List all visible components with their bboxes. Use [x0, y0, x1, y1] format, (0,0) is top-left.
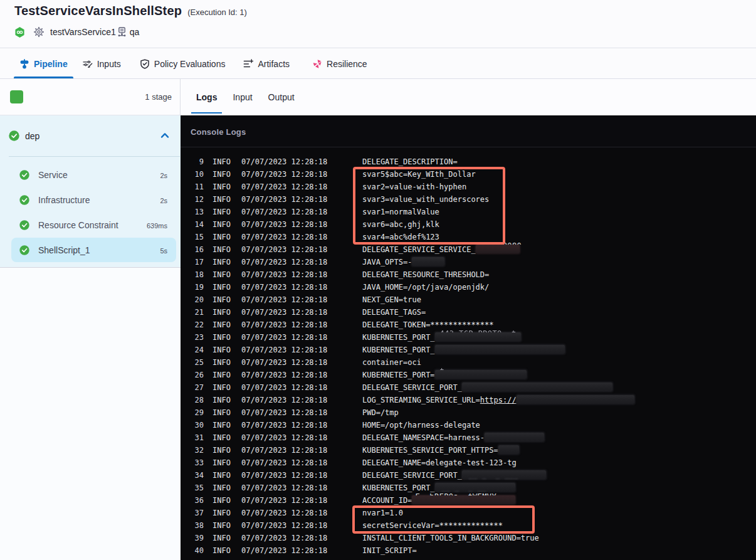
execution-sidebar: dep Service2sInfrastructure2sResource Co… — [0, 115, 181, 560]
step-success-icon — [19, 245, 29, 255]
log-timestamp: 07/07/2023 12:28:18 — [241, 156, 327, 168]
log-message: NEXT_GEN=true — [362, 293, 421, 306]
step-name: Infrastructure — [38, 195, 90, 205]
log-line-number: 24 — [181, 344, 204, 356]
log-level: INFO — [213, 344, 231, 356]
log-line-number: 11 — [181, 181, 204, 193]
step-success-icon — [19, 170, 29, 180]
log-line-19: 19INFO07/07/2023 12:28:18JAVA_HOME=/opt/… — [181, 281, 756, 293]
log-link[interactable]: https:// — [480, 396, 517, 404]
log-timestamp: 07/07/2023 12:28:18 — [241, 507, 327, 519]
inputs-icon — [83, 59, 93, 69]
log-line-number: 23 — [181, 331, 204, 344]
log-timestamp: 07/07/2023 12:28:18 — [241, 268, 327, 281]
redacted-value: PORT-8080 — [476, 245, 520, 253]
log-timestamp: 07/07/2023 12:28:18 — [241, 494, 327, 507]
step-row-infrastructure[interactable]: Infrastructure2s — [0, 188, 181, 213]
redacted-value — [485, 433, 544, 441]
stage-status-square[interactable] — [10, 90, 23, 103]
log-message: DELEGATE_TOKEN=************** — [362, 319, 494, 331]
redacted-value — [498, 445, 519, 454]
log-line-22: 22INFO07/07/2023 12:28:18DELEGATE_TOKEN=… — [181, 319, 756, 331]
log-line-30: 30INFO07/07/2023 12:28:18HOME=/opt/harne… — [181, 419, 756, 431]
stage-row-dep[interactable]: dep — [0, 125, 181, 147]
highlight-box-service-vars — [353, 167, 505, 245]
gear-icon[interactable] — [33, 26, 45, 38]
tab-policy-evaluations[interactable]: Policy Evaluations — [137, 49, 229, 78]
log-level: INFO — [213, 419, 231, 431]
tab-resilience[interactable]: Resilience — [309, 49, 370, 78]
step-row-shellscript_1[interactable]: ShellScript_15s — [0, 238, 181, 263]
log-line-40: 40INFO07/07/2023 12:28:18INIT_SCRIPT= — [181, 544, 756, 557]
service-name[interactable]: testVarsService1 — [50, 27, 116, 37]
tab-pipeline[interactable]: Pipeline — [14, 49, 73, 78]
log-line-9: 9INFO07/07/2023 12:28:18DELEGATE_DESCRIP… — [181, 156, 756, 168]
log-timestamp: 07/07/2023 12:28:18 — [241, 218, 327, 231]
log-level: INFO — [213, 457, 231, 469]
log-line-25: 25INFO07/07/2023 12:28:18container=oci — [181, 356, 756, 369]
step-row-service[interactable]: Service2s — [0, 162, 181, 188]
log-line-39: 39INFO07/07/2023 12:28:18INSTALL_CLIENT_… — [181, 532, 756, 544]
log-line-number: 12 — [181, 193, 204, 206]
log-level: INFO — [213, 356, 231, 369]
log-message: DELEGATE_SERVICE_PORT___ _ _ ___ — [362, 469, 546, 482]
log-message: HOME=/opt/harness-delegate — [362, 419, 480, 431]
resilience-icon — [312, 59, 322, 69]
log-level: INFO — [213, 507, 231, 519]
log-timestamp: 07/07/2023 12:28:18 — [241, 193, 327, 206]
chevron-up-icon[interactable] — [160, 132, 169, 139]
log-line-number: 28 — [181, 394, 204, 406]
log-line-32: 32INFO07/07/2023 12:28:18KUBERNETES_SERV… — [181, 444, 756, 457]
log-line-number: 40 — [181, 544, 204, 557]
tab-pipeline-label: Pipeline — [34, 59, 68, 69]
console-title: Console Logs — [191, 127, 246, 137]
log-line-number: 36 — [181, 494, 204, 507]
log-message: KUBERNETES_SERVICE_PORT_HTTPS= — [362, 444, 519, 457]
log-line-number: 30 — [181, 419, 204, 431]
log-level: INFO — [213, 256, 231, 268]
step-row-resource constraint[interactable]: Resource Constraint639ms — [0, 213, 181, 238]
log-message: DELEGATE_NAME=delegate-test-123-tg — [362, 457, 517, 469]
log-timestamp: 07/07/2023 12:28:18 — [241, 344, 327, 356]
pipeline-icon — [19, 59, 29, 69]
log-level: INFO — [213, 156, 231, 168]
log-message: JAVA_OPTS=- — [362, 256, 444, 268]
log-timestamp: 07/07/2023 12:28:18 — [241, 369, 327, 381]
console-header: Console Logs — [181, 115, 756, 147]
tab-input[interactable]: Input — [228, 79, 257, 115]
log-line-number: 19 — [181, 281, 204, 293]
environment-icon — [117, 27, 127, 37]
log-line-number: 10 — [181, 168, 204, 181]
log-line-28: 28INFO07/07/2023 12:28:18LOG_STREAMING_S… — [181, 394, 756, 406]
log-timestamp: 07/07/2023 12:28:18 — [241, 331, 327, 344]
stage-panel: dep Service2sInfrastructure2sResource Co… — [0, 115, 181, 268]
log-message: DELEGATE_SERVICE_SERVICE_PORT-8080 — [362, 243, 520, 256]
step-duration: 2s — [160, 197, 167, 204]
tab-logs[interactable]: Logs — [191, 79, 222, 115]
highlight-box-nvar-secret — [352, 505, 535, 534]
tab-inputs[interactable]: Inputs — [80, 49, 124, 78]
log-line-18: 18INFO07/07/2023 12:28:18DELEGATE_RESOUR… — [181, 268, 756, 281]
log-level: INFO — [213, 293, 231, 306]
tab-output[interactable]: Output — [263, 79, 300, 115]
tab-artifacts[interactable]: Artifacts — [240, 49, 293, 78]
log-timestamp: 07/07/2023 12:28:18 — [241, 431, 327, 444]
log-level: INFO — [213, 231, 231, 243]
stage-summary-strip: 1 stage — [0, 79, 181, 115]
log-level: INFO — [213, 193, 231, 206]
log-timestamp: 07/07/2023 12:28:18 — [241, 206, 327, 218]
log-level: INFO — [213, 243, 231, 256]
log-message: ACCOUNT_ID=E hRFPOa fWEMVY — [362, 494, 515, 507]
redacted-value — [412, 257, 444, 266]
artifacts-icon — [243, 59, 253, 69]
module-tabbar: Pipeline Inputs Policy Evaluations — [0, 49, 756, 79]
cd-module-icon — [14, 27, 25, 38]
environment-name[interactable]: qa — [130, 27, 140, 37]
log-line-number: 39 — [181, 532, 204, 544]
log-level: INFO — [213, 444, 231, 457]
log-line-31: 31INFO07/07/2023 12:28:18DELEGATE_NAMESP… — [181, 431, 756, 444]
log-timestamp: 07/07/2023 12:28:18 — [241, 519, 327, 532]
log-level: INFO — [213, 181, 231, 193]
log-timestamp: 07/07/2023 12:28:18 — [241, 181, 327, 193]
log-message: DELEGATE_TAGS= — [362, 306, 426, 319]
